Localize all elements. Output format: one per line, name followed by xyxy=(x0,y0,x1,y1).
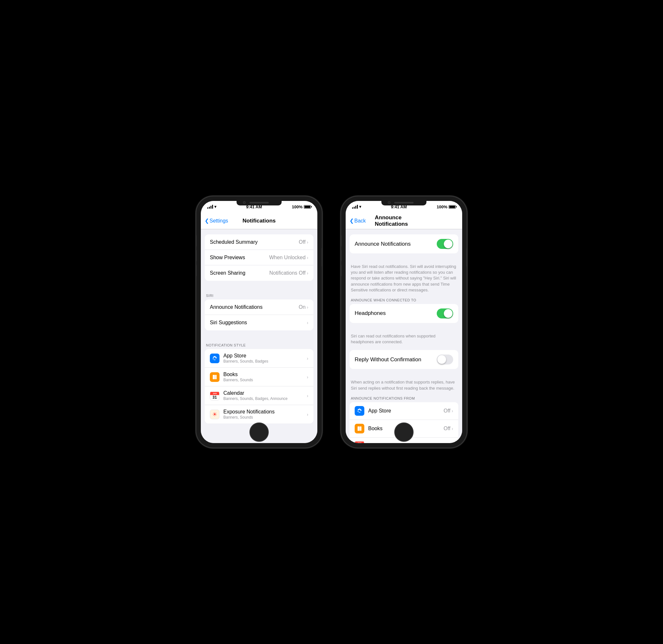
announce-notifications-toggle[interactable] xyxy=(437,239,453,249)
app-store-name: App Store xyxy=(223,353,307,359)
notification-style-label: NOTIFICATION STYLE xyxy=(201,338,317,349)
nav-bar-2: ❮ Back Announce Notifications xyxy=(346,213,462,229)
back-button-2[interactable]: ❮ Back xyxy=(349,218,366,224)
announce-when-label: ANNOUNCE WHEN CONNECTED TO xyxy=(346,298,462,304)
announce-app-store-icon xyxy=(355,406,364,416)
calendar-name: Calendar xyxy=(223,390,307,396)
phone-2: ▾ 9:41 AM 100% ❮ Back Announce Notificat… xyxy=(341,196,467,448)
toggle-thumb-reply xyxy=(437,355,446,364)
app-store-row[interactable]: App Store Banners, Sounds, Badges › xyxy=(205,349,314,368)
show-previews-row[interactable]: Show Previews When Unlocked › xyxy=(205,250,314,265)
back-button[interactable]: ❮ Settings xyxy=(205,218,228,224)
announce-from-label: ANNOUNCE NOTIFICATIONS FROM xyxy=(346,396,462,402)
announce-main-group: Announce Notifications xyxy=(349,235,458,253)
camera-2 xyxy=(388,201,390,204)
chevron-icon: › xyxy=(307,255,308,260)
announce-app-store-label: App Store xyxy=(368,408,443,414)
books-subtitle: Banners, Sounds xyxy=(223,378,307,382)
siri-suggestions-row[interactable]: Siri Suggestions › xyxy=(205,315,314,330)
exposure-icon: ☀ xyxy=(210,409,220,419)
screen-sharing-row[interactable]: Screen Sharing Notifications Off › xyxy=(205,265,314,281)
page-title-2: Announce Notifications xyxy=(375,215,433,227)
siri-group: Announce Notifications On › Siri Suggest… xyxy=(205,299,314,330)
chevron-icon: › xyxy=(307,270,308,275)
screen-sharing-value: Notifications Off xyxy=(269,270,306,276)
home-button-2[interactable] xyxy=(394,422,414,442)
exposure-subtitle: Banners, Sounds xyxy=(223,415,307,420)
chevron-left-icon-2: ❮ xyxy=(349,218,354,224)
screen-2: ▾ 9:41 AM 100% ❮ Back Announce Notificat… xyxy=(346,201,462,443)
announce-notifications-toggle-row: Announce Notifications xyxy=(349,235,458,253)
reply-group: Reply Without Confirmation xyxy=(349,350,458,369)
chevron-left-icon: ❮ xyxy=(205,218,209,224)
siri-section: SIRI Announce Notifications On › Siri Su… xyxy=(201,289,317,330)
svg-rect-0 xyxy=(213,375,215,379)
chevron-icon: › xyxy=(307,412,308,417)
announce-app-store-row[interactable]: App Store Off › xyxy=(349,402,458,420)
apps-group: App Store Banners, Sounds, Badges › xyxy=(205,349,314,423)
books-name: Books xyxy=(223,372,307,377)
announce-description: Have Siri read out notifications. Siri w… xyxy=(346,261,462,298)
app-store-text: App Store Banners, Sounds, Badges xyxy=(223,353,307,363)
show-previews-label: Show Previews xyxy=(210,255,269,261)
back-label-2: Back xyxy=(355,218,366,224)
siri-section-label: SIRI xyxy=(201,289,317,299)
camera xyxy=(243,201,246,204)
headphones-description: Siri can read out notifications when sup… xyxy=(346,331,462,350)
general-settings-group: Scheduled Summary Off › Show Previews Wh… xyxy=(205,235,314,281)
chevron-icon: › xyxy=(307,375,308,380)
status-right: 100% xyxy=(292,204,311,209)
calendar-subtitle: Banners, Sounds, Badges, Announce xyxy=(223,396,307,401)
announce-notifications-label: Announce Notifications xyxy=(210,304,299,310)
announce-books-icon xyxy=(355,424,364,434)
reply-description: When acting on a notification that suppo… xyxy=(346,377,462,396)
announce-app-store-value: Off xyxy=(443,408,450,414)
scheduled-summary-label: Scheduled Summary xyxy=(210,239,299,245)
back-label: Settings xyxy=(209,218,228,224)
announce-notifications-main-label: Announce Notifications xyxy=(355,241,411,247)
announce-calendar-label: Calendar xyxy=(368,442,452,443)
exposure-row[interactable]: ☀ Exposure Notifications Banners, Sounds… xyxy=(205,405,314,423)
chevron-icon: › xyxy=(307,305,308,310)
siri-suggestions-label: Siri Suggestions xyxy=(210,320,307,326)
battery-fill xyxy=(304,206,310,208)
screen-sharing-label: Screen Sharing xyxy=(210,270,269,276)
chevron-icon: › xyxy=(452,443,453,443)
scheduled-summary-value: Off xyxy=(299,239,305,245)
content-1: Scheduled Summary Off › Show Previews Wh… xyxy=(201,229,317,443)
reply-label: Reply Without Confirmation xyxy=(355,356,421,363)
home-button[interactable] xyxy=(249,422,269,442)
svg-rect-1 xyxy=(215,375,217,379)
announce-calendar-icon: JAN 31 xyxy=(355,441,364,443)
headphones-label: Headphones xyxy=(355,310,386,316)
battery-icon-2 xyxy=(449,205,456,209)
headphones-toggle[interactable] xyxy=(437,309,453,318)
notification-style-section: NOTIFICATION STYLE App Store Banners, So… xyxy=(201,338,317,423)
status-left: ▾ xyxy=(207,204,216,209)
battery-percent-2: 100% xyxy=(437,204,448,209)
reply-toggle[interactable] xyxy=(437,355,453,364)
scheduled-summary-row[interactable]: Scheduled Summary Off › xyxy=(205,235,314,250)
announce-notifications-value: On xyxy=(299,304,305,310)
reply-toggle-row: Reply Without Confirmation xyxy=(355,355,453,364)
calendar-icon: JAN 31 xyxy=(210,391,220,401)
exposure-text: Exposure Notifications Banners, Sounds xyxy=(223,409,307,420)
battery-fill-2 xyxy=(449,206,455,208)
content-2: Announce Notifications Have Siri read ou… xyxy=(346,229,462,443)
status-right-2: 100% xyxy=(437,204,456,209)
books-icon xyxy=(210,372,220,382)
power-button-2 xyxy=(466,248,467,267)
chevron-icon: › xyxy=(307,320,308,325)
page-title: Notifications xyxy=(243,218,276,224)
toggle-thumb-headphones xyxy=(444,309,453,318)
svg-rect-2 xyxy=(358,426,360,431)
screen-1: ▾ 9:41 AM 100% ❮ Settings Notifications xyxy=(201,201,317,443)
announce-books-value: Off xyxy=(443,426,450,431)
books-row[interactable]: Books Banners, Sounds › xyxy=(205,368,314,386)
announce-notifications-row[interactable]: Announce Notifications On › xyxy=(205,299,314,315)
books-text: Books Banners, Sounds xyxy=(223,372,307,382)
status-left-2: ▾ xyxy=(352,204,361,209)
calendar-row[interactable]: JAN 31 Calendar Banners, Sounds, Badges,… xyxy=(205,386,314,405)
reply-row: Reply Without Confirmation xyxy=(349,350,458,369)
app-store-icon xyxy=(210,354,220,363)
